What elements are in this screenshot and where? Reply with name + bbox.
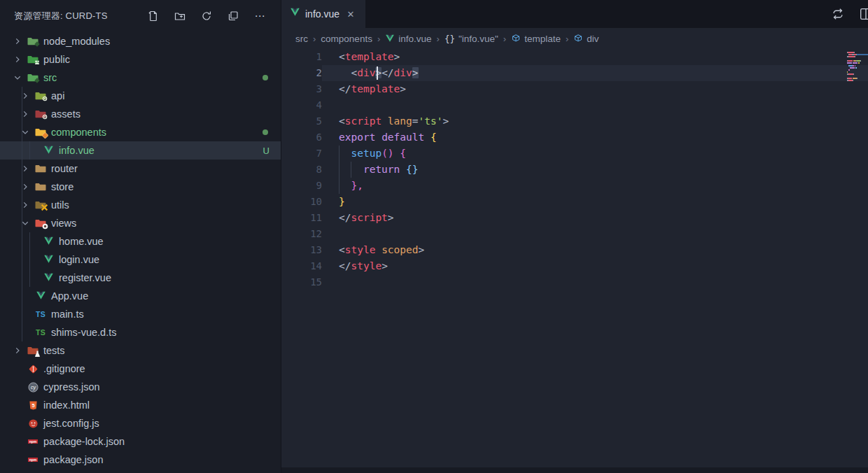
chevron-down-icon[interactable] xyxy=(13,72,27,83)
code-area[interactable]: 1<template>2 <div></div>3</template>45<s… xyxy=(281,49,868,473)
minimap-line xyxy=(847,71,868,73)
chevron-right-icon[interactable] xyxy=(20,181,34,192)
split-editor-icon[interactable] xyxy=(860,8,868,20)
line-content[interactable]: setup() { xyxy=(322,146,868,162)
tree-indent-guide xyxy=(29,141,30,160)
ts-icon: TS xyxy=(34,309,47,320)
token: script xyxy=(345,115,382,127)
chevron-spacer xyxy=(28,254,42,265)
breadcrumb-item-info.vue[interactable]: info.vue xyxy=(385,34,431,44)
tree-folder-src[interactable]: src xyxy=(0,69,281,87)
tree-file-package.json[interactable]: npmpackage.json xyxy=(0,451,281,469)
line-content[interactable] xyxy=(322,97,868,113)
tree-file-package-lock.json[interactable]: npmpackage-lock.json xyxy=(0,432,281,451)
chevron-down-icon[interactable] xyxy=(20,127,34,138)
close-tab-icon[interactable]: ✕ xyxy=(344,9,357,20)
collapse-folders-icon[interactable] xyxy=(227,10,239,22)
tree-item-label: main.ts xyxy=(51,309,84,320)
breadcrumb-item-src[interactable]: src xyxy=(295,34,308,44)
vue-icon xyxy=(42,145,55,156)
line-number: 3 xyxy=(281,81,322,97)
line-number: 14 xyxy=(281,258,322,274)
folder-icon xyxy=(34,108,47,120)
svg-text:cy: cy xyxy=(30,385,36,390)
tree-folder-assets[interactable]: assets xyxy=(0,105,281,123)
line-content[interactable]: } xyxy=(322,194,868,210)
new-folder-icon[interactable] xyxy=(174,10,186,22)
token xyxy=(339,180,351,191)
chevron-right-icon[interactable] xyxy=(20,163,34,174)
tree-file-shims-vue.d.ts[interactable]: TSshims-vue.d.ts xyxy=(0,323,281,341)
tree-file-App.vue[interactable]: App.vue xyxy=(0,287,281,305)
minimap[interactable] xyxy=(847,52,868,84)
folder-icon xyxy=(27,72,39,83)
new-file-icon[interactable] xyxy=(148,10,159,22)
line-number: 11 xyxy=(281,210,322,226)
line-content[interactable]: return {} xyxy=(322,162,868,178)
chevron-right-icon[interactable] xyxy=(13,36,27,47)
tab-info-vue[interactable]: info.vue ✕ xyxy=(281,0,365,28)
tree-folder-router[interactable]: router xyxy=(0,160,281,178)
untracked-badge: U xyxy=(263,146,270,156)
line-content[interactable] xyxy=(322,226,868,242)
breadcrumb-separator: › xyxy=(377,34,380,44)
tree-folder-api[interactable]: api xyxy=(0,87,281,105)
breadcrumb-item-components[interactable]: components xyxy=(321,34,372,44)
tree-file-jest.config.js[interactable]: jest.config.js xyxy=(0,414,281,432)
folder-icon xyxy=(27,36,39,47)
chevron-spacer xyxy=(28,145,42,156)
chevron-right-icon[interactable] xyxy=(20,108,34,120)
line-content[interactable]: </template> xyxy=(322,81,868,97)
breadcrumb-item-info.vue[interactable]: {}"info.vue" xyxy=(444,34,498,44)
line-content[interactable]: </style> xyxy=(322,258,868,274)
tree-file-index.html[interactable]: 5index.html xyxy=(0,396,281,414)
chevron-down-icon[interactable] xyxy=(20,218,34,229)
line-content[interactable]: <style scoped> xyxy=(322,242,868,258)
tree-folder-tests[interactable]: tests xyxy=(0,341,281,360)
tree-folder-store[interactable]: store xyxy=(0,178,281,196)
chevron-spacer xyxy=(28,272,42,283)
tree-file-login.vue[interactable]: login.vue xyxy=(0,250,281,269)
line-content[interactable]: <template> xyxy=(322,49,868,65)
tree-item-label: assets xyxy=(51,108,80,120)
tree-file-register.vue[interactable]: register.vue xyxy=(0,269,281,287)
tree-folder-utils[interactable]: utils xyxy=(0,196,281,214)
tree-file-cypress.json[interactable]: cycypress.json xyxy=(0,378,281,396)
chevron-right-icon[interactable] xyxy=(20,90,34,101)
tree-folder-public[interactable]: public xyxy=(0,50,281,69)
vue-icon xyxy=(42,272,55,283)
token: template xyxy=(345,51,394,62)
line-content[interactable]: <div></div> xyxy=(322,65,868,81)
tree-item-label: home.vue xyxy=(59,236,104,247)
tree-file-main.ts[interactable]: TSmain.ts xyxy=(0,305,281,323)
line-content[interactable]: </script> xyxy=(322,210,868,226)
tree-file-.gitignore[interactable]: .gitignore xyxy=(0,360,281,378)
tree-folder-views[interactable]: views xyxy=(0,214,281,232)
line-content[interactable]: <script lang='ts'> xyxy=(322,113,868,129)
tree-folder-components[interactable]: components xyxy=(0,123,281,141)
line-content[interactable]: }, xyxy=(322,178,868,194)
tree-item-label: tests xyxy=(43,345,65,356)
more-actions-icon[interactable]: ⋯ xyxy=(254,10,265,22)
vscode-window: 资源管理器: CURD-TS ⋯ node_modulespublicsrcap… xyxy=(0,0,868,473)
code-line-3: 3</template> xyxy=(281,81,868,97)
token: default xyxy=(382,132,424,143)
breadcrumb-label: info.vue xyxy=(398,34,431,44)
tree-item-label: register.vue xyxy=(59,272,111,283)
code-line-8: 8 return {} xyxy=(281,162,868,178)
token: div xyxy=(394,67,412,78)
chevron-right-icon[interactable] xyxy=(13,54,27,65)
line-content[interactable] xyxy=(322,274,868,290)
compare-changes-icon[interactable] xyxy=(832,8,844,20)
tree-folder-node_modules[interactable]: node_modules xyxy=(0,32,281,50)
chevron-right-icon[interactable] xyxy=(13,345,27,356)
line-content[interactable]: export default { xyxy=(322,129,868,146)
tree-file-info.vue[interactable]: info.vueU xyxy=(0,141,281,160)
tree-file-home.vue[interactable]: home.vue xyxy=(0,232,281,250)
refresh-explorer-icon[interactable] xyxy=(201,10,212,22)
breadcrumb-item-div[interactable]: div xyxy=(573,34,598,44)
chevron-right-icon[interactable] xyxy=(20,199,34,211)
code-line-9: 9 }, xyxy=(281,178,868,194)
breadcrumb-item-template[interactable]: template xyxy=(511,34,561,44)
token: < xyxy=(339,115,345,127)
